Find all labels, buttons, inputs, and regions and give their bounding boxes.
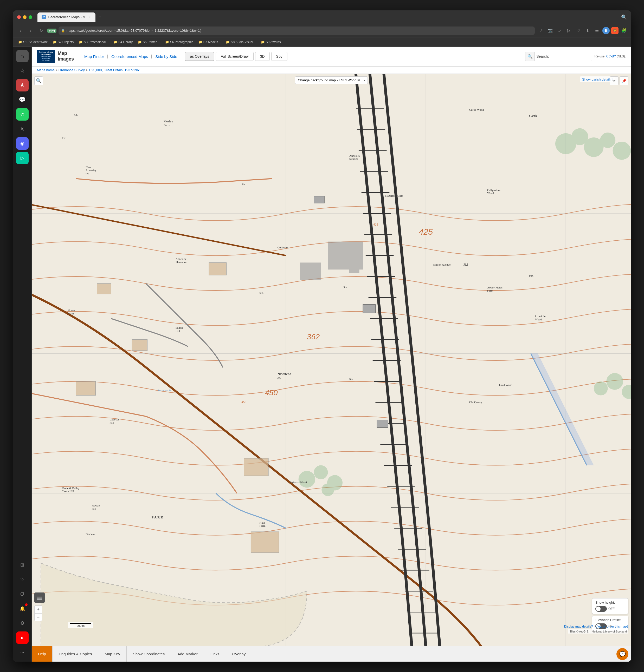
height-toggle-label: OFF xyxy=(608,607,614,611)
fullscreen-draw-button[interactable]: Full Screen/Draw xyxy=(215,52,253,61)
add-marker-button[interactable]: Add Marker xyxy=(171,646,204,662)
active-tab[interactable]: 🗺 Georeferenced Maps - M ✕ xyxy=(37,12,95,22)
sidebar-twitter-icon[interactable]: 𝕏 xyxy=(16,123,28,135)
elevation-control-title: Elevation Profile: xyxy=(595,618,625,622)
sidebar-discord-icon[interactable]: ◉ xyxy=(16,137,28,150)
forward-button[interactable]: › xyxy=(26,26,35,35)
help-button[interactable]: Help xyxy=(32,646,52,662)
address-bar[interactable]: 🔒 maps.nls.uk/geo/explore/#zoom=15.0&lat… xyxy=(59,26,535,35)
breadcrumb: Maps home > Ordnance Survey > 1:25,000, … xyxy=(32,67,631,74)
bookmark-s5[interactable]: 📁 S5.Printed... xyxy=(136,39,162,45)
zoom-out-button[interactable]: − xyxy=(34,613,42,621)
main-content: National Library of Scotland Leabharlann… xyxy=(32,47,631,662)
background-select[interactable]: Change background map - ESRI World Image… xyxy=(295,76,368,84)
bookmark-s8[interactable]: 📁 S8.Audio-Visual... xyxy=(224,39,257,45)
georef-link[interactable]: Georeferenced Maps xyxy=(111,54,148,59)
sidebar-youtube-icon[interactable]: ▶ xyxy=(16,632,28,644)
profile-icon[interactable]: B xyxy=(602,27,610,34)
map-edit-icon[interactable]: ✏ xyxy=(610,76,619,85)
sidebar-grid-icon[interactable]: ⊞ xyxy=(16,559,28,571)
download-icon[interactable]: ⬇ xyxy=(584,27,592,35)
shield-icon[interactable]: 🛡 xyxy=(555,27,563,35)
screenshot-icon[interactable]: 📷 xyxy=(546,27,554,35)
svg-rect-64 xyxy=(37,596,42,596)
spy-button[interactable]: Spy xyxy=(271,52,288,61)
sidebar-prompt-icon[interactable]: ▷ xyxy=(16,152,28,164)
overlay-button[interactable]: Overlay xyxy=(226,646,252,662)
as-overlays-button[interactable]: as Overlays xyxy=(185,52,214,61)
display-map-details-link[interactable]: Display map details? | View or order thi… xyxy=(564,625,629,628)
map-container[interactable]: 425 450 362 xyxy=(32,74,631,647)
svg-text:362: 362 xyxy=(307,332,320,341)
logo-line4: na h-Alba xyxy=(38,60,54,62)
side-by-side-link[interactable]: Side by Side xyxy=(155,54,177,59)
3d-button[interactable]: 3D xyxy=(255,52,270,61)
height-toggle-track[interactable] xyxy=(595,606,607,612)
nls-logo-image: National Library of Scotland Leabharlann… xyxy=(37,50,55,63)
map-finder-link[interactable]: Map Finder xyxy=(84,54,104,59)
sidebar-star-icon[interactable]: ☆ xyxy=(16,64,28,77)
sidebar-home-icon[interactable]: ⌂ xyxy=(16,50,28,62)
links-button[interactable]: Links xyxy=(204,646,226,662)
svg-rect-62 xyxy=(363,304,375,313)
chat-button[interactable]: 💬 xyxy=(617,648,629,660)
cc-by-link[interactable]: CC-BY xyxy=(606,55,616,58)
share-icon[interactable]: ↗ xyxy=(537,27,545,35)
bookmark-s6[interactable]: 📁 S6.Photographic xyxy=(163,39,195,45)
bookmark-s1[interactable]: 📁 S1. Student Work xyxy=(16,39,50,45)
bookmarks-bar: 📁 S1. Student Work 📁 S2.Projects 📁 S3.Pr… xyxy=(13,37,631,47)
sidebar-more-icon[interactable]: ··· xyxy=(16,646,28,659)
bookmark-s2[interactable]: 📁 S2.Projects xyxy=(51,39,76,45)
bookmark-s4[interactable]: 📁 S4.Library xyxy=(111,39,135,45)
search-input[interactable] xyxy=(550,53,592,60)
height-toggle-knob xyxy=(596,607,600,611)
svg-point-38 xyxy=(600,133,616,148)
map-attribution: Tiles © ArcGIS. - National Library of Sc… xyxy=(568,629,629,634)
traffic-lights xyxy=(17,15,32,19)
sidebar-clock-icon[interactable]: ⏱ xyxy=(16,588,28,600)
svg-rect-54 xyxy=(132,339,147,350)
height-toggle: OFF xyxy=(595,606,625,612)
map-display-details: Display map details? | View or order thi… xyxy=(564,625,629,628)
height-control: Show height: OFF xyxy=(592,598,629,614)
bookmark-label: S9.Awards xyxy=(266,40,281,44)
sidebar-settings-icon[interactable]: ⚙ xyxy=(16,617,28,629)
new-tab-button[interactable]: + xyxy=(96,13,104,21)
zoom-in-button[interactable]: + xyxy=(34,605,42,613)
minimize-button[interactable] xyxy=(23,15,26,19)
menu-icon[interactable]: ☰ xyxy=(593,27,601,35)
series-link[interactable]: 1:25,000, Great Britain, 1937-1961 xyxy=(89,68,141,72)
sidebar-notification-icon[interactable]: 🔔 1 xyxy=(16,602,28,615)
browser-window: 🗺 Georeferenced Maps - M ✕ + 🔍 ‹ › ↻ VPN… xyxy=(13,10,631,662)
enquiries-button[interactable]: Enquiries & Copies xyxy=(52,646,98,662)
extensions-icon[interactable]: 🧩 xyxy=(620,27,628,35)
tab-close-button[interactable]: ✕ xyxy=(87,15,91,19)
ordnance-survey-link[interactable]: Ordnance Survey xyxy=(59,68,85,72)
nls-nav: Map Finder | Georeferenced Maps | Side b… xyxy=(84,54,177,59)
bookmark-s9[interactable]: 📁 S9.Awards xyxy=(259,39,283,45)
refresh-button[interactable]: ↻ xyxy=(37,26,45,35)
bookmark-s7[interactable]: 📁 S7.Models... xyxy=(196,39,223,45)
sidebar-altair-icon[interactable]: A xyxy=(16,79,28,92)
maximize-button[interactable] xyxy=(28,15,32,19)
sidebar-whatsapp-icon[interactable]: ✆ xyxy=(16,108,28,121)
play-icon[interactable]: ▷ xyxy=(565,27,573,35)
map-layer-button[interactable] xyxy=(34,592,45,603)
map-search-button[interactable]: 🔍 xyxy=(34,76,43,85)
layers-icon xyxy=(37,595,43,601)
lock-icon: 🔒 xyxy=(61,29,65,33)
global-search-icon[interactable]: 🔍 xyxy=(621,14,627,20)
favorites-icon[interactable]: ♡ xyxy=(574,27,582,35)
show-coordinates-button[interactable]: Show Coordinates xyxy=(127,646,172,662)
maps-home-link[interactable]: Maps home xyxy=(37,68,55,72)
bookmark-s3[interactable]: 📁 S3.Professional... xyxy=(77,39,110,45)
sidebar-messenger-icon[interactable]: 💬 xyxy=(16,94,28,106)
close-button[interactable] xyxy=(17,15,21,19)
map-images-title: Map images xyxy=(58,51,74,62)
brave-icon[interactable]: 🦁 xyxy=(611,27,619,34)
nls-view-buttons: as Overlays Full Screen/Draw 3D Spy xyxy=(185,52,287,61)
map-key-button[interactable]: Map Key xyxy=(98,646,126,662)
map-pin-icon[interactable]: 📌 xyxy=(620,76,629,85)
back-button[interactable]: ‹ xyxy=(16,26,24,35)
sidebar-heart-icon[interactable]: ♡ xyxy=(16,573,28,586)
